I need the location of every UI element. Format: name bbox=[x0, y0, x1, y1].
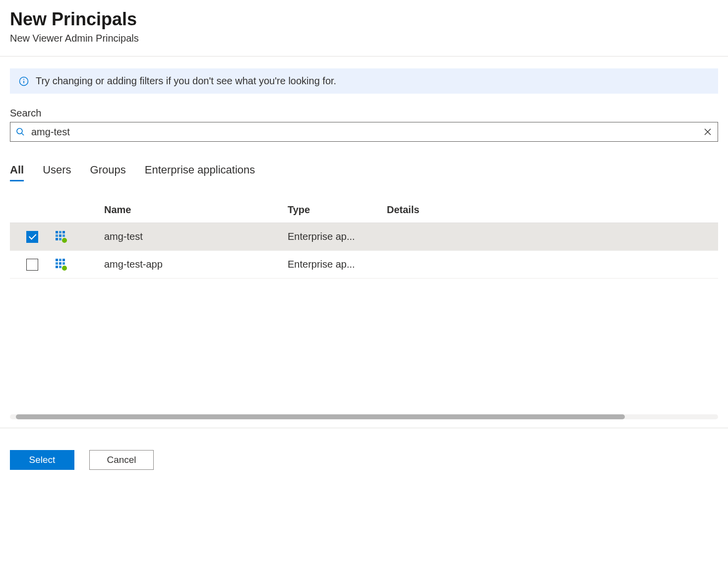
svg-rect-8 bbox=[59, 231, 61, 233]
svg-rect-11 bbox=[59, 234, 61, 237]
table-row[interactable]: amg-test-app Enterprise ap... bbox=[10, 251, 718, 279]
column-header-name[interactable]: Name bbox=[104, 204, 288, 216]
clear-search-icon[interactable] bbox=[703, 127, 713, 137]
svg-rect-18 bbox=[62, 259, 65, 261]
svg-rect-10 bbox=[56, 234, 58, 237]
info-message: Try changing or adding filters if you do… bbox=[36, 75, 336, 87]
row-type: Enterprise ap... bbox=[288, 231, 387, 242]
svg-rect-23 bbox=[59, 266, 61, 268]
svg-rect-22 bbox=[56, 266, 58, 268]
search-label: Search bbox=[10, 108, 718, 119]
table-row[interactable]: amg-test Enterprise ap... bbox=[10, 223, 718, 251]
header-divider bbox=[0, 56, 728, 57]
horizontal-scrollbar[interactable] bbox=[10, 414, 718, 419]
select-button[interactable]: Select bbox=[10, 450, 74, 470]
info-bar: Try changing or adding filters if you do… bbox=[10, 68, 718, 94]
svg-rect-16 bbox=[56, 259, 58, 261]
svg-rect-17 bbox=[59, 259, 61, 261]
svg-rect-9 bbox=[62, 231, 65, 233]
row-checkbox[interactable] bbox=[26, 259, 38, 271]
results-table: Name Type Details amg-t bbox=[10, 204, 718, 279]
column-header-details[interactable]: Details bbox=[387, 204, 718, 216]
tab-all[interactable]: All bbox=[10, 164, 24, 181]
enterprise-app-icon bbox=[55, 230, 68, 244]
svg-point-3 bbox=[17, 128, 22, 134]
search-icon bbox=[15, 127, 25, 137]
page-subtitle: New Viewer Admin Principals bbox=[10, 33, 718, 44]
svg-point-2 bbox=[23, 79, 24, 80]
scrollbar-thumb[interactable] bbox=[16, 414, 625, 419]
page-title: New Principals bbox=[10, 9, 718, 30]
search-input[interactable] bbox=[25, 126, 703, 138]
enterprise-app-icon bbox=[55, 258, 68, 272]
svg-rect-7 bbox=[56, 231, 58, 233]
info-icon bbox=[19, 76, 29, 86]
table-header-row: Name Type Details bbox=[10, 204, 718, 223]
tab-groups[interactable]: Groups bbox=[90, 164, 126, 181]
svg-point-24 bbox=[62, 266, 67, 271]
svg-rect-14 bbox=[59, 238, 61, 240]
svg-line-4 bbox=[22, 133, 24, 135]
row-checkbox[interactable] bbox=[26, 231, 38, 243]
row-type: Enterprise ap... bbox=[288, 259, 387, 270]
search-field-wrapper[interactable] bbox=[10, 122, 718, 142]
filter-tabs: All Users Groups Enterprise applications bbox=[10, 164, 718, 181]
row-name: amg-test-app bbox=[104, 259, 288, 270]
footer-divider bbox=[0, 428, 728, 428]
svg-rect-19 bbox=[56, 262, 58, 265]
row-name: amg-test bbox=[104, 231, 288, 242]
svg-point-15 bbox=[62, 238, 67, 243]
svg-rect-13 bbox=[56, 238, 58, 240]
svg-rect-20 bbox=[59, 262, 61, 265]
tab-enterprise-applications[interactable]: Enterprise applications bbox=[145, 164, 255, 181]
tab-users[interactable]: Users bbox=[43, 164, 71, 181]
column-header-type[interactable]: Type bbox=[288, 204, 387, 216]
svg-rect-21 bbox=[62, 262, 65, 265]
svg-rect-12 bbox=[62, 234, 65, 237]
cancel-button[interactable]: Cancel bbox=[89, 450, 154, 470]
